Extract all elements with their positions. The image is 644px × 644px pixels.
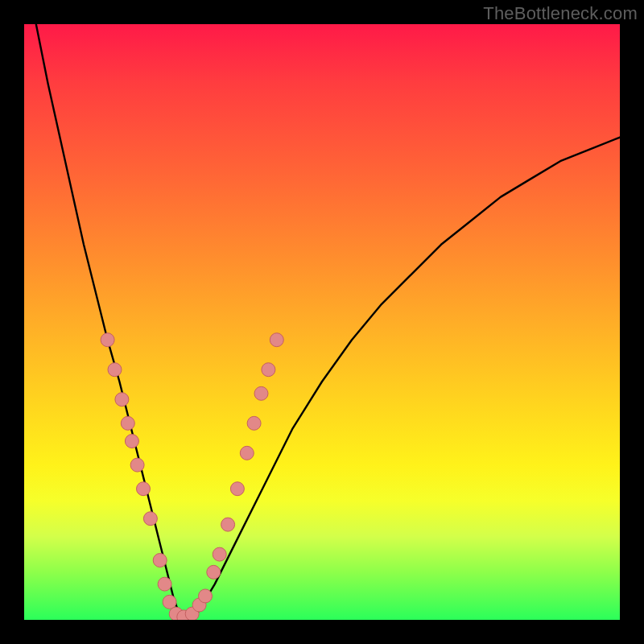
- data-marker: [262, 363, 275, 377]
- marker-layer: [101, 333, 283, 620]
- data-marker: [143, 512, 157, 526]
- data-marker: [254, 386, 268, 400]
- plot-svg: [24, 24, 620, 620]
- data-marker: [108, 363, 122, 377]
- plot-area: [24, 24, 620, 620]
- data-marker: [121, 416, 134, 430]
- data-marker: [247, 416, 261, 430]
- data-marker: [240, 446, 254, 460]
- data-marker: [101, 333, 114, 347]
- curve-path: [36, 24, 620, 620]
- data-marker: [158, 577, 171, 591]
- data-marker: [199, 589, 213, 603]
- data-marker: [153, 554, 167, 568]
- chart-stage: TheBottleneck.com: [0, 0, 644, 644]
- data-marker: [207, 565, 221, 579]
- watermark-text: TheBottleneck.com: [483, 3, 638, 24]
- data-marker: [125, 435, 138, 448]
- data-marker: [137, 482, 151, 496]
- curve-layer: [36, 24, 620, 620]
- data-marker: [163, 595, 176, 609]
- data-marker: [213, 547, 226, 561]
- data-marker: [115, 393, 129, 407]
- data-marker: [230, 482, 244, 496]
- data-marker: [130, 458, 144, 472]
- data-marker: [221, 518, 235, 531]
- data-marker: [270, 333, 283, 347]
